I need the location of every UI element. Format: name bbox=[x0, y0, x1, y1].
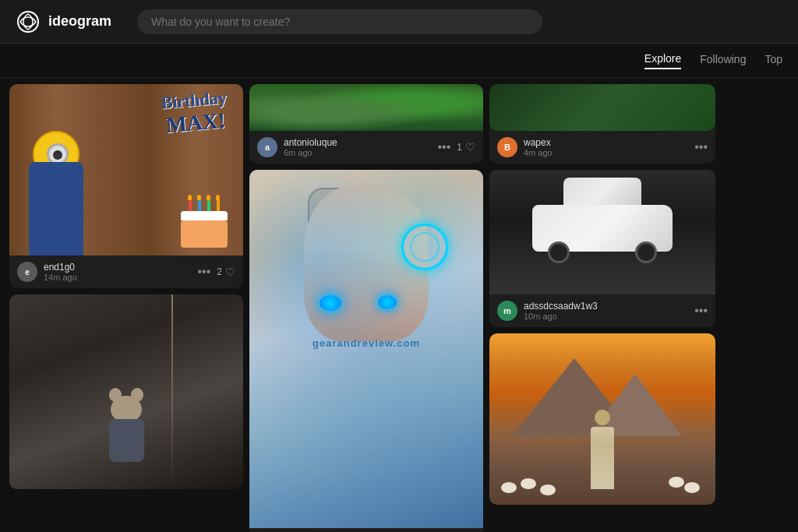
nav-tabs: Explore Following Top bbox=[0, 44, 798, 78]
card-actions: ••• bbox=[694, 304, 708, 318]
mouse-character bbox=[103, 396, 150, 474]
card-image-cyborg: gearandreview.com bbox=[249, 170, 483, 528]
avatar: e bbox=[17, 262, 37, 282]
logo-area: ideogram bbox=[16, 9, 125, 34]
username: end1g0 bbox=[44, 262, 77, 273]
list-item[interactable]: gearandreview.com bbox=[249, 170, 483, 532]
tab-explore[interactable]: Explore bbox=[644, 52, 681, 69]
candle-3 bbox=[207, 200, 210, 211]
more-options-button[interactable]: ••• bbox=[694, 304, 708, 318]
card-footer: m adssdcsaadw1w3 10m ago ••• bbox=[489, 294, 715, 327]
cake-base bbox=[181, 220, 228, 248]
card-image-car bbox=[489, 170, 715, 294]
card-footer: B wapex 4m ago ••• bbox=[489, 131, 715, 164]
like-count: 2 bbox=[217, 266, 222, 277]
list-item[interactable]: B wapex 4m ago ••• bbox=[489, 84, 715, 164]
search-input[interactable] bbox=[137, 9, 542, 34]
more-options-button[interactable]: ••• bbox=[694, 140, 708, 154]
sheep-1 bbox=[501, 482, 517, 493]
list-item[interactable] bbox=[9, 294, 243, 489]
watermark: gearandreview.com bbox=[312, 337, 420, 349]
avatar: B bbox=[497, 137, 517, 157]
grid-col-left: Birthday MAX! bbox=[9, 84, 243, 526]
car-body bbox=[532, 201, 673, 263]
minion-robe bbox=[29, 162, 83, 255]
sheep-5 bbox=[540, 484, 556, 495]
card-footer: e end1g0 14m ago ••• 2 ♡ bbox=[9, 255, 243, 288]
username: adssdcsaadw1w3 bbox=[524, 301, 598, 312]
username: antonioluque bbox=[284, 137, 337, 148]
more-options-button[interactable]: ••• bbox=[198, 265, 211, 279]
candle-1 bbox=[189, 200, 192, 211]
card-actions: ••• 1 ♡ bbox=[438, 140, 476, 154]
candle-4 bbox=[217, 200, 220, 211]
timestamp: 6m ago bbox=[284, 148, 337, 157]
username: wapex bbox=[524, 137, 553, 148]
card-footer: a antonioluque 6m ago ••• 1 ♡ bbox=[249, 131, 483, 164]
like-area: 1 ♡ bbox=[457, 141, 475, 153]
more-options-button[interactable]: ••• bbox=[438, 140, 451, 154]
grid-col-right: B wapex 4m ago ••• bbox=[489, 84, 715, 526]
user-info: e end1g0 14m ago bbox=[17, 262, 193, 282]
tab-following[interactable]: Following bbox=[700, 53, 746, 69]
user-details: wapex 4m ago bbox=[524, 137, 553, 157]
birthday-text: Birthday MAX! bbox=[160, 87, 229, 138]
timestamp: 14m ago bbox=[44, 273, 77, 282]
shepherd-mountains bbox=[489, 368, 715, 436]
shepherd-head bbox=[595, 410, 610, 425]
card-image-minion: Birthday MAX! bbox=[9, 84, 243, 255]
user-details: antonioluque 6m ago bbox=[284, 137, 337, 157]
card-image-partial bbox=[489, 84, 715, 131]
heart-icon[interactable]: ♡ bbox=[225, 266, 235, 278]
mouse-body bbox=[109, 419, 144, 462]
user-info: B wapex 4m ago bbox=[497, 137, 690, 157]
car-roof bbox=[563, 178, 641, 205]
like-count: 1 bbox=[457, 142, 462, 153]
card-image-shepherd bbox=[489, 333, 715, 505]
user-details: end1g0 14m ago bbox=[44, 262, 77, 282]
list-item[interactable] bbox=[489, 333, 715, 505]
like-area: 2 ♡ bbox=[217, 266, 235, 278]
avatar: a bbox=[257, 137, 277, 157]
sheep-4 bbox=[669, 477, 684, 488]
card-actions: ••• bbox=[694, 140, 708, 154]
sheep-2 bbox=[521, 478, 536, 489]
grid-col-center: a antonioluque 6m ago ••• 1 ♡ bbox=[249, 84, 483, 526]
car-wheel-right bbox=[635, 241, 657, 263]
heart-icon[interactable]: ♡ bbox=[465, 141, 475, 153]
minion-character bbox=[25, 115, 87, 255]
main-grid: Birthday MAX! bbox=[0, 78, 798, 532]
list-item[interactable]: m adssdcsaadw1w3 10m ago ••• bbox=[489, 170, 715, 327]
ideogram-logo-icon bbox=[16, 9, 41, 34]
cake-frosting bbox=[181, 211, 228, 220]
user-details: adssdcsaadw1w3 10m ago bbox=[524, 301, 598, 321]
tab-top[interactable]: Top bbox=[764, 53, 782, 69]
card-actions: ••• 2 ♡ bbox=[198, 265, 236, 279]
cyborg-mech-overlay bbox=[249, 170, 483, 528]
car-wheel-left bbox=[548, 241, 570, 263]
cyborg-eye-left bbox=[320, 295, 341, 311]
cyborg-circle-tech bbox=[401, 224, 448, 270]
header: ideogram bbox=[0, 0, 798, 44]
timestamp: 4m ago bbox=[524, 148, 553, 157]
shepherd-figure bbox=[591, 427, 614, 489]
minion-pupil bbox=[53, 150, 62, 160]
list-item[interactable]: Birthday MAX! bbox=[9, 84, 243, 288]
sheep-3 bbox=[684, 482, 700, 493]
candle-2 bbox=[198, 200, 201, 211]
card-image-mouse bbox=[9, 294, 243, 489]
app-name: ideogram bbox=[48, 13, 111, 30]
cyborg-eye-right bbox=[378, 295, 397, 309]
birthday-cake bbox=[181, 201, 235, 248]
user-info: a antonioluque 6m ago bbox=[257, 137, 433, 157]
user-info: m adssdcsaadw1w3 10m ago bbox=[497, 301, 690, 321]
timestamp: 10m ago bbox=[524, 312, 598, 321]
card-image-nature bbox=[249, 84, 483, 131]
list-item[interactable]: a antonioluque 6m ago ••• 1 ♡ bbox=[249, 84, 483, 164]
avatar: m bbox=[497, 301, 517, 321]
